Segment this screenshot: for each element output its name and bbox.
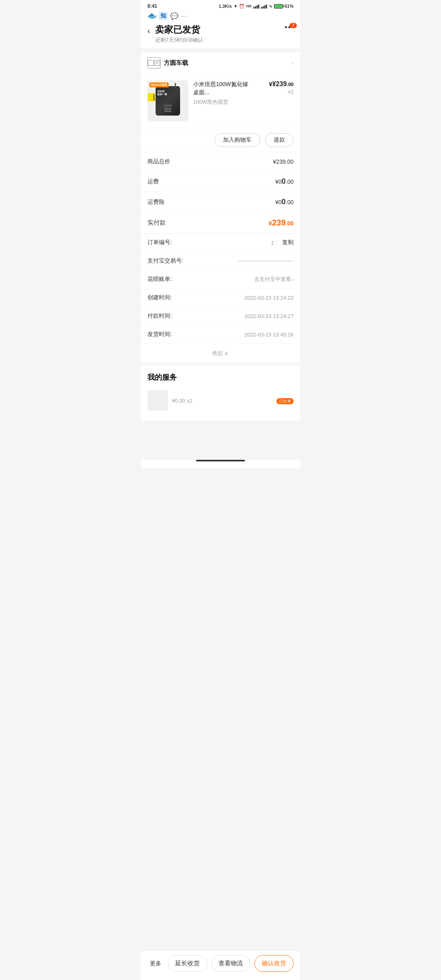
seller-row[interactable]: 方圆车载 › xyxy=(141,52,300,74)
product-name: 小米倍思100W氮化镓桌面... xyxy=(193,80,250,96)
pay-time-label: 付款时间: xyxy=(147,312,172,320)
seller-icon xyxy=(147,57,160,69)
huabei-label: 花呗账单: xyxy=(147,276,172,283)
battery-icon xyxy=(274,4,283,9)
product-qty: x1 xyxy=(269,89,294,95)
pay-time-row: 付款时间: 2022-03-23 13:24:27 xyxy=(141,307,300,325)
order-no-group: 2 | 复制 xyxy=(271,239,294,246)
notification-badge: 7 xyxy=(290,23,297,28)
ship-time-value: 2022-03-23 13:45:26 xyxy=(244,332,294,338)
product-info: 小米倍思100W氮化镓桌面... ¥¥239.00 x1 100W黑色现货 xyxy=(193,80,294,121)
service-thumbnail xyxy=(147,390,168,411)
services-title: 我的服务 xyxy=(147,372,294,382)
shipping-label: 运费 xyxy=(147,178,159,185)
product-image: Baseus倍思 100W 更胜一筹 xyxy=(147,80,188,121)
alarm-icon: ⏰ xyxy=(239,4,245,9)
action-row: 加入购物车 退款 xyxy=(141,128,300,152)
service-item: ¥0.00 x1 已出单 xyxy=(147,387,294,414)
create-time-row: 创建时间: 2022-03-23 13:24:22 xyxy=(141,289,300,307)
pay-time-value: 2022-03-23 13:24:27 xyxy=(244,313,294,319)
create-time-label: 创建时间: xyxy=(147,294,172,301)
signal-bars xyxy=(253,4,259,9)
taobao-icon: 🐟 xyxy=(147,11,156,20)
create-time-value: 2022-03-23 13:24:22 xyxy=(244,295,294,301)
page-header: ‹ 卖家已发货 还剩7天5时自动确认 7 xyxy=(141,20,300,49)
page-title: 卖家已发货 xyxy=(155,24,203,35)
order-no-row: 订单编号: 2 | 复制 xyxy=(141,234,300,252)
shipping-row: 运费 ¥00.00 xyxy=(141,172,300,192)
shipping-value: ¥00.00 xyxy=(275,177,294,186)
order-card: 方圆车载 › Baseus倍思 100W 更胜一筹 xyxy=(141,52,300,363)
alipay-row: 支付宝交易号: •••••••••••••••••••••••••••• xyxy=(141,252,300,270)
page-subtitle: 还剩7天5时自动确认 xyxy=(155,36,203,44)
ship-time-label: 发货时间: xyxy=(147,331,172,338)
alipay-label: 支付宝交易号: xyxy=(147,257,183,265)
insurance-label: 运费险 xyxy=(147,198,165,206)
huabei-row[interactable]: 花呗账单: 去支付宝中查看 › xyxy=(141,270,300,289)
more-dots: ··· xyxy=(181,13,187,19)
product-brand-badge: Baseus倍思 xyxy=(149,82,169,87)
service-price-qty: ¥0.00 x1 xyxy=(172,398,272,404)
notification-icons: 🐟 知 💬 ··· xyxy=(141,11,300,20)
pay-total-label: 实付款 xyxy=(147,219,166,227)
seller-name: 方圆车载 xyxy=(164,59,188,67)
seller-chevron: › xyxy=(292,60,294,66)
insurance-value: ¥00.00 xyxy=(275,198,294,206)
status-right: 1.3K/s ✦ ⏰ HD ∿ 51% xyxy=(219,4,294,9)
product-tag: 100W xyxy=(148,93,155,101)
signal-bars-2 xyxy=(261,4,267,9)
product-total-label: 商品总价 xyxy=(147,158,170,165)
battery-percent: 51% xyxy=(285,4,294,9)
huabei-chevron: › xyxy=(292,276,294,283)
charger-illustration: 100W 更胜一筹 xyxy=(156,86,180,116)
bluetooth-icon: ✦ xyxy=(234,4,237,9)
msg-icon: 💬 xyxy=(170,12,178,20)
product-row: Baseus倍思 100W 更胜一筹 xyxy=(141,74,300,128)
price-currency: ¥ xyxy=(269,80,272,87)
network-speed: 1.3K/s xyxy=(219,4,232,9)
services-section: 我的服务 ¥0.00 x1 已出单 xyxy=(141,366,300,421)
add-to-cart-button[interactable]: 加入购物车 xyxy=(214,133,260,147)
product-total-row: 商品总价 ¥239.00 xyxy=(141,152,300,172)
zhihu-icon: 知 xyxy=(159,12,168,20)
pay-total-value: ¥239.00 xyxy=(269,218,294,227)
service-badge: 已出单 xyxy=(276,397,294,404)
copy-button[interactable]: 复制 xyxy=(282,239,294,246)
collapse-icon: ∧ xyxy=(225,350,229,356)
huabei-link[interactable]: 去支付宝中查看 › xyxy=(254,276,294,283)
wifi-icon: ∿ xyxy=(269,4,272,9)
home-indicator xyxy=(141,460,300,468)
back-button[interactable]: ‹ xyxy=(147,24,150,36)
order-no-value: 2 xyxy=(271,240,274,246)
collapse-label: 收起 xyxy=(212,350,223,357)
product-total-value: ¥239.00 xyxy=(273,158,294,165)
alipay-value: •••••••••••••••••••••••••••• xyxy=(238,258,294,263)
status-time: 8:41 xyxy=(147,3,157,9)
insurance-row: 运费险 ¥00.00 xyxy=(141,192,300,212)
hd-signal-icon: HD xyxy=(246,4,252,8)
product-price: ¥¥239.00 xyxy=(269,80,294,88)
ship-time-row: 发货时间: 2022-03-23 13:45:26 xyxy=(141,325,300,344)
pay-total-row: 实付款 ¥239.00 xyxy=(141,212,300,234)
collapse-row[interactable]: 收起 ∧ xyxy=(141,344,300,363)
refund-button[interactable]: 退款 xyxy=(265,133,294,147)
order-no-label: 订单编号: xyxy=(147,239,172,246)
service-item-info: ¥0.00 x1 xyxy=(172,398,272,404)
product-spec: 100W黑色现货 xyxy=(193,98,294,106)
header-menu[interactable]: 7 xyxy=(285,26,294,28)
status-bar: 8:41 1.3K/s ✦ ⏰ HD ∿ 51% xyxy=(141,0,300,11)
